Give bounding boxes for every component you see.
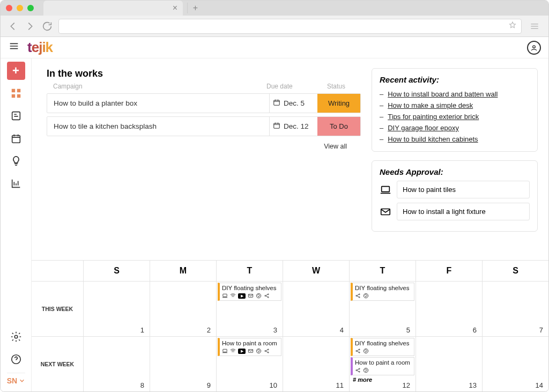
day-cell[interactable]: 14 — [482, 337, 548, 391]
add-button[interactable]: + — [7, 62, 25, 80]
dashboard-nav[interactable] — [7, 84, 25, 102]
pinterest-icon — [256, 348, 262, 354]
recent-activity-link[interactable]: Tips for painting exterior brick — [388, 113, 479, 121]
browser-menu-button[interactable] — [527, 19, 542, 34]
day-cell[interactable]: 2 — [150, 282, 216, 336]
day-cell[interactable]: 6 — [416, 282, 482, 336]
table-row[interactable]: How to build a planter box Dec. 5 Writin… — [47, 93, 361, 113]
browser-toolbar — [1, 16, 548, 37]
new-tab-button[interactable]: + — [187, 3, 203, 13]
calendar-event[interactable]: DIY floating shelves — [351, 338, 414, 356]
day-number: 14 — [536, 381, 543, 389]
svg-point-30 — [359, 349, 360, 350]
day-cell[interactable]: 11 — [283, 337, 349, 391]
svg-rect-6 — [12, 136, 20, 143]
day-number: 13 — [469, 381, 477, 389]
calendar-event[interactable]: How to paint a room — [351, 357, 414, 375]
menu-button[interactable] — [8, 40, 20, 55]
day-cell[interactable]: 4 — [283, 282, 349, 336]
share-icon — [264, 293, 270, 299]
col-due-date: Due date — [266, 83, 315, 90]
recent-activity-link[interactable]: DIY garage floor epoxy — [388, 124, 459, 132]
day-cell[interactable]: 13 — [416, 337, 482, 391]
day-cell[interactable]: 1 — [83, 282, 150, 336]
calendar-event[interactable]: How to paint a room ▶ — [218, 338, 281, 356]
day-cell[interactable]: DIY floating shelves ▶ 3 — [216, 282, 283, 336]
day-header: T — [349, 261, 416, 281]
list-item: –How to build kitchen cabinets — [380, 134, 530, 145]
day-number: 5 — [406, 326, 410, 334]
help-nav[interactable] — [7, 350, 25, 368]
week-label: NEXT WEEK — [32, 337, 83, 391]
url-input[interactable] — [58, 19, 522, 34]
due-date-cell: Dec. 5 — [269, 94, 317, 113]
svg-point-25 — [256, 349, 261, 353]
day-number: 6 — [473, 326, 477, 334]
pinterest-icon — [256, 293, 262, 299]
day-header: S — [482, 261, 548, 281]
svg-point-19 — [356, 295, 357, 297]
content-nav[interactable] — [7, 107, 25, 125]
svg-point-36 — [363, 368, 368, 372]
calendar-nav[interactable] — [7, 129, 25, 147]
settings-nav[interactable] — [7, 328, 25, 346]
back-button[interactable] — [7, 20, 19, 32]
day-cell[interactable]: How to paint a room ▶ 10 — [216, 337, 283, 391]
svg-point-16 — [265, 295, 266, 297]
event-icons — [355, 367, 412, 373]
calendar-header-row: SMTWTFS — [32, 261, 548, 281]
approval-item[interactable]: How to install a light fixture — [397, 203, 530, 220]
day-number: 8 — [140, 381, 144, 389]
dash-icon: – — [380, 113, 383, 121]
day-cell[interactable]: DIY floating shelves How to paint a room… — [349, 337, 416, 391]
recent-activity-link[interactable]: How to build kitchen cabinets — [388, 135, 478, 143]
day-header: F — [416, 261, 482, 281]
app-logo: tejik — [27, 39, 53, 56]
view-all-link[interactable]: View all — [47, 139, 361, 150]
calendar-event[interactable]: DIY floating shelves ▶ — [218, 283, 281, 301]
day-cell[interactable]: 8 — [83, 337, 150, 391]
dash-icon: – — [380, 90, 383, 98]
recent-activity-link[interactable]: How to install board and batten wall — [388, 90, 498, 98]
day-number: 12 — [403, 381, 410, 389]
card-title: Recent activity: — [380, 75, 530, 84]
reload-button[interactable] — [41, 20, 53, 32]
user-switcher[interactable]: SN — [7, 373, 25, 388]
calendar: SMTWTFS THIS WEEK 12DIY floating shelves… — [32, 260, 548, 391]
recent-activity-link[interactable]: How to make a simple desk — [388, 101, 473, 109]
due-date-cell: Dec. 12 — [269, 117, 317, 136]
panel-title: In the works — [47, 68, 361, 79]
laptop-icon — [222, 348, 228, 354]
bookmark-star-icon[interactable] — [508, 21, 517, 32]
tab-close-icon[interactable]: × — [173, 3, 177, 13]
svg-rect-1 — [11, 89, 14, 92]
ideas-nav[interactable] — [7, 152, 25, 170]
approval-item[interactable]: How to paint tiles — [397, 181, 530, 198]
svg-point-33 — [356, 370, 357, 371]
user-initials: SN — [7, 376, 17, 385]
browser-tab[interactable]: × — [43, 1, 183, 16]
profile-button[interactable] — [527, 41, 541, 55]
day-cell[interactable]: 7 — [482, 282, 548, 336]
forward-button[interactable] — [24, 20, 36, 32]
col-campaign: Campaign — [53, 83, 266, 90]
top-panels: In the works Campaign Due date Status Ho… — [32, 58, 548, 237]
day-cell[interactable]: 9 — [150, 337, 216, 391]
laptop-icon — [380, 184, 391, 196]
svg-point-35 — [359, 371, 360, 372]
table-row[interactable]: How to tile a kitchen backsplash Dec. 12… — [47, 116, 361, 136]
day-cell[interactable]: DIY floating shelves 5 — [349, 282, 416, 336]
share-icon — [355, 348, 361, 354]
close-window-button[interactable] — [6, 5, 12, 11]
calendar-event[interactable]: DIY floating shelves — [351, 283, 414, 301]
youtube-icon: ▶ — [238, 293, 246, 299]
event-icons — [355, 348, 412, 354]
analytics-nav[interactable] — [7, 174, 25, 193]
campaign-name: How to tile a kitchen backsplash — [47, 117, 269, 136]
svg-point-34 — [359, 368, 360, 369]
dash-icon: – — [380, 124, 383, 132]
svg-point-18 — [268, 297, 269, 298]
maximize-window-button[interactable] — [27, 5, 34, 11]
minimize-window-button[interactable] — [17, 5, 23, 11]
svg-rect-3 — [11, 94, 14, 98]
